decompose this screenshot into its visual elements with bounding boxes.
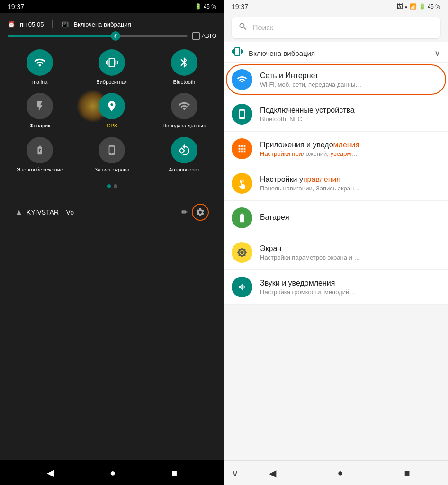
autorotate-tile-label: Автоповорот bbox=[169, 166, 199, 173]
nav-bar-left: ◀ ● ■ bbox=[0, 460, 224, 485]
tile-autorotate[interactable]: Автоповорот bbox=[152, 137, 216, 173]
signal-dots: ● bbox=[405, 4, 408, 9]
auto-checkbox[interactable] bbox=[192, 32, 200, 40]
quick-tiles: malina Вибросигнал Bluetooth bbox=[8, 49, 216, 173]
tile-gps[interactable]: GPS bbox=[80, 93, 144, 129]
tile-vibrate[interactable]: Вибросигнал bbox=[80, 49, 144, 85]
autorotate-tile-icon bbox=[171, 137, 197, 163]
settings-item-control[interactable]: Настройки управления Панель навигации, З… bbox=[224, 166, 448, 201]
network-title: Сеть и Интернет bbox=[260, 72, 440, 80]
network-text: Сеть и Интернет Wi-Fi, моб. сети, переда… bbox=[260, 72, 440, 88]
brightness-slider[interactable] bbox=[8, 35, 188, 37]
page-dots bbox=[8, 184, 216, 188]
sound-subtitle: Настройка громкости, мелодий… bbox=[260, 288, 440, 296]
brightness-row[interactable]: АВТО bbox=[8, 32, 216, 40]
divider bbox=[52, 20, 53, 28]
vibration-chevron[interactable]: ∨ bbox=[434, 48, 440, 58]
back-button-left[interactable]: ◀ bbox=[47, 467, 54, 478]
bottom-bar: ▲ KYIVSTAR – Vo ✏ bbox=[8, 198, 216, 226]
status-bar-right: 19:37 🖼 ● 📶 🔋 45 % bbox=[224, 0, 448, 13]
home-button-right[interactable]: ● bbox=[337, 467, 343, 478]
tile-data[interactable]: Передача данных bbox=[152, 93, 216, 129]
gps-tile-label: GPS bbox=[107, 122, 117, 129]
battery-icon-right: 🔋 bbox=[419, 3, 426, 10]
alarm-row: ⏰ пн 05:05 📳 Включена вибрация bbox=[8, 13, 216, 32]
home-button-left[interactable]: ● bbox=[110, 467, 116, 478]
battery-icon-left: 🔋 bbox=[195, 3, 202, 10]
display-title: Экран bbox=[260, 244, 440, 253]
alarm-text: пн 05:05 bbox=[20, 21, 44, 28]
signal-bars: 📶 bbox=[410, 3, 417, 10]
battery-saver-tile-label: Энергосбережение bbox=[17, 166, 63, 173]
vibrate-text: Включена вибрация bbox=[73, 21, 131, 28]
flashlight-tile-label: Фонарик bbox=[29, 122, 50, 129]
display-icon-wrap bbox=[232, 242, 252, 263]
control-text: Настройки управления Панель навигации, З… bbox=[260, 175, 440, 192]
settings-item-apps[interactable]: Приложения и уведомления Настройки прило… bbox=[224, 132, 448, 166]
nav-bar-right-btns: ◀ ● ■ bbox=[239, 467, 440, 479]
devices-text: Подключенные устройства Bluetooth, NFC bbox=[260, 106, 440, 123]
carrier-label: KYIVSTAR – Vo bbox=[27, 208, 177, 216]
back-button-right[interactable]: ◀ bbox=[269, 467, 276, 479]
apps-title: Приложения и уведомления bbox=[260, 141, 440, 149]
vibration-header[interactable]: Включена вибрация ∨ bbox=[224, 42, 448, 63]
battery-label-left: 45 % bbox=[204, 3, 216, 10]
screen-record-tile-icon bbox=[99, 137, 125, 163]
battery-icon-wrap bbox=[232, 207, 252, 228]
sound-text: Звуки и уведомления Настройка громкости,… bbox=[260, 279, 440, 296]
settings-item-devices[interactable]: Подключенные устройства Bluetooth, NFC bbox=[224, 97, 448, 132]
wifi-tile-label: malina bbox=[32, 79, 47, 85]
bluetooth-tile-icon bbox=[171, 49, 197, 76]
edit-icon[interactable]: ✏ bbox=[181, 207, 188, 217]
tile-wifi[interactable]: malina bbox=[8, 49, 72, 85]
vibration-header-text: Включена вибрация bbox=[249, 49, 315, 57]
flashlight-tile-icon bbox=[27, 93, 53, 119]
display-text: Экран Настройки параметров экрана и … bbox=[260, 244, 440, 261]
recent-button-left[interactable]: ■ bbox=[171, 467, 177, 478]
control-subtitle: Панель навигации, Запись экран… bbox=[260, 185, 440, 192]
data-tile-icon bbox=[171, 93, 197, 119]
vibration-header-icon bbox=[232, 46, 243, 60]
bluetooth-tile-label: Bluetooth bbox=[173, 79, 195, 85]
tile-battery-saver[interactable]: Энергосбережение bbox=[8, 137, 72, 173]
settings-item-sound[interactable]: Звуки и уведомления Настройка громкости,… bbox=[224, 270, 448, 305]
settings-item-display[interactable]: Экран Настройки параметров экрана и … bbox=[224, 235, 448, 270]
gps-tile-icon bbox=[99, 93, 125, 119]
search-icon bbox=[238, 22, 248, 34]
dot-1 bbox=[107, 184, 111, 188]
settings-item-battery[interactable]: Батарея bbox=[224, 201, 448, 235]
alarm-icon: ⏰ bbox=[8, 21, 15, 28]
tile-flashlight[interactable]: Фонарик bbox=[8, 93, 72, 129]
tile-screen-record[interactable]: Запись экрана bbox=[80, 137, 144, 173]
tile-bluetooth[interactable]: Bluetooth bbox=[152, 49, 216, 85]
signal-icon: ▲ bbox=[15, 208, 23, 216]
vibrate-tile-label: Вибросигнал bbox=[96, 79, 127, 85]
notification-panel: ⏰ пн 05:05 📳 Включена вибрация АВТО bbox=[0, 13, 224, 460]
recent-button-right[interactable]: ■ bbox=[404, 467, 410, 478]
vibrate-tile-icon bbox=[99, 49, 125, 76]
search-placeholder: Поиск bbox=[252, 24, 273, 32]
nav-chevron-down[interactable]: ∨ bbox=[232, 467, 239, 479]
wifi-tile-icon bbox=[27, 49, 53, 76]
time-left: 19:37 bbox=[8, 3, 24, 10]
image-icon: 🖼 bbox=[396, 3, 403, 10]
auto-brightness[interactable]: АВТО bbox=[192, 32, 216, 40]
screen-record-tile-label: Запись экрана bbox=[94, 166, 129, 173]
search-bar[interactable]: Поиск bbox=[232, 17, 440, 38]
nav-bar-right-inner: ∨ bbox=[232, 467, 239, 479]
control-title: Настройки управления bbox=[260, 175, 440, 184]
sound-icon-wrap bbox=[232, 277, 252, 297]
devices-icon-wrap bbox=[232, 104, 252, 125]
battery-label-right: 45 % bbox=[428, 3, 440, 10]
settings-item-network[interactable]: Сеть и Интернет Wi-Fi, моб. сети, переда… bbox=[224, 63, 448, 97]
brightness-thumb bbox=[111, 31, 120, 41]
battery-saver-tile-icon bbox=[27, 137, 53, 163]
data-tile-label: Передача данных bbox=[162, 122, 206, 129]
dot-2 bbox=[114, 184, 117, 188]
left-panel: 19:37 🔋 45 % ⏰ пн 05:05 📳 Включена вибра… bbox=[0, 0, 224, 485]
vibration-header-content: Включена вибрация bbox=[232, 46, 315, 60]
settings-gear-button[interactable] bbox=[192, 204, 209, 221]
devices-title: Подключенные устройства bbox=[260, 106, 440, 115]
settings-list: Сеть и Интернет Wi-Fi, моб. сети, переда… bbox=[224, 63, 448, 460]
right-panel: 19:37 🖼 ● 📶 🔋 45 % Поиск Включена вибрац… bbox=[224, 0, 448, 485]
